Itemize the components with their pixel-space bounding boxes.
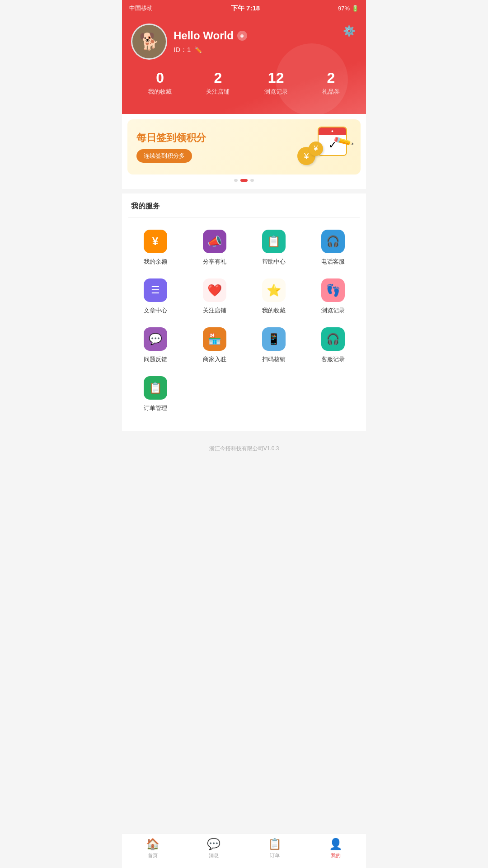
- banner-section: 每日签到领积分 连续签到积分多 ● ✓ ✏️ ¥ ¥: [122, 114, 366, 189]
- share-gift-icon: 📣: [203, 230, 226, 253]
- stats-row: 0 我的收藏 2 关注店铺 12 浏览记录 2 礼品券: [131, 71, 357, 96]
- user-id: ID：1: [174, 46, 191, 54]
- carrier-signal: 中国移动: [129, 4, 153, 12]
- feedback-label: 问题反馈: [144, 355, 167, 363]
- service-order-management[interactable]: 📋 订单管理: [126, 369, 185, 418]
- status-bar: 中国移动 下午 7:18 97% 🔋: [122, 0, 366, 16]
- stat-followed-shops-number: 2: [206, 71, 230, 85]
- service-support-records[interactable]: 🎧 客服记录: [303, 320, 362, 369]
- feedback-icon: 💬: [144, 327, 167, 351]
- profile-header: 🐕 Hello World ◈ ID：1 ✏️ ⚙️ 0: [122, 16, 366, 114]
- service-my-balance[interactable]: ¥ 我的余额: [126, 222, 185, 271]
- battery-percent: 97%: [338, 5, 350, 12]
- stat-coupons-label: 礼品券: [322, 88, 340, 96]
- footer-company: 浙江今搭科技有限公司V1.0.3: [122, 436, 366, 462]
- my-favorites-icon: ⭐: [262, 278, 286, 302]
- merchant-join-label: 商家入驻: [203, 355, 226, 363]
- stat-followed-shops-label: 关注店铺: [206, 88, 230, 96]
- stat-history-number: 12: [264, 71, 288, 85]
- service-help-center[interactable]: 📋 帮助中心: [244, 222, 303, 271]
- dot-2-active: [240, 179, 248, 182]
- banner-button[interactable]: 连续签到积分多: [136, 149, 192, 163]
- service-article-center[interactable]: ☰ 文章中心: [126, 271, 185, 320]
- follow-shop-label: 关注店铺: [203, 307, 226, 315]
- stat-coupons-number: 2: [322, 71, 340, 85]
- order-management-label: 订单管理: [144, 404, 167, 412]
- edit-icon[interactable]: ✏️: [194, 46, 202, 53]
- service-merchant-join[interactable]: 🏪 商家入驻: [185, 320, 244, 369]
- help-center-icon: 📋: [262, 230, 286, 253]
- username: Hello World: [174, 29, 234, 42]
- banner-left: 每日签到领积分 连续签到积分多: [136, 131, 206, 163]
- banner-dots: [122, 179, 366, 184]
- banner-title: 每日签到领积分: [136, 131, 206, 145]
- verified-icon: ◈: [237, 31, 247, 41]
- phone-support-label: 电话客服: [321, 258, 345, 266]
- follow-shop-icon: ❤️: [203, 278, 226, 302]
- coin2-icon: ¥: [309, 142, 323, 156]
- service-phone-support[interactable]: 🎧 电话客服: [303, 222, 362, 271]
- stat-followed-shops[interactable]: 2 关注店铺: [206, 71, 230, 96]
- help-center-label: 帮助中心: [262, 258, 286, 266]
- service-my-favorites[interactable]: ⭐ 我的收藏: [244, 271, 303, 320]
- stat-history-label: 浏览记录: [264, 88, 288, 96]
- daily-checkin-banner[interactable]: 每日签到领积分 连续签到积分多 ● ✓ ✏️ ¥ ¥: [127, 119, 361, 175]
- stat-favorites-label: 我的收藏: [148, 88, 172, 96]
- support-records-icon: 🎧: [321, 327, 345, 351]
- stat-favorites[interactable]: 0 我的收藏: [148, 71, 172, 96]
- phone-support-icon: 🎧: [321, 230, 345, 253]
- scan-verify-label: 扫码核销: [262, 355, 286, 363]
- battery-info: 97% 🔋: [338, 5, 359, 12]
- share-gift-label: 分享有礼: [203, 258, 226, 266]
- order-management-icon: 📋: [144, 376, 167, 400]
- my-balance-icon: ¥: [144, 230, 167, 253]
- browse-history-icon: 👣: [321, 278, 345, 302]
- service-browse-history[interactable]: 👣 浏览记录: [303, 271, 362, 320]
- scan-verify-icon: 📱: [262, 327, 286, 351]
- dot-1: [234, 179, 238, 182]
- avatar-image: 🐕: [132, 25, 166, 58]
- service-follow-shop[interactable]: ❤️ 关注店铺: [185, 271, 244, 320]
- article-center-label: 文章中心: [144, 307, 167, 315]
- avatar[interactable]: 🐕: [131, 24, 167, 60]
- article-center-icon: ☰: [144, 278, 167, 302]
- service-feedback[interactable]: 💬 问题反馈: [126, 320, 185, 369]
- my-balance-label: 我的余额: [144, 258, 167, 266]
- service-share-gift[interactable]: 📣 分享有礼: [185, 222, 244, 271]
- company-text: 浙江今搭科技有限公司V1.0.3: [209, 445, 279, 452]
- browse-history-label: 浏览记录: [321, 307, 345, 315]
- user-info: 🐕 Hello World ◈ ID：1 ✏️: [131, 24, 247, 60]
- support-records-label: 客服记录: [321, 355, 345, 363]
- services-grid: ¥ 我的余额 📣 分享有礼 📋 帮助中心 🎧 电话客服: [122, 218, 366, 422]
- service-scan-verify[interactable]: 📱 扫码核销: [244, 320, 303, 369]
- clock: 下午 7:18: [231, 4, 260, 13]
- merchant-join-icon: 🏪: [203, 327, 226, 351]
- settings-button[interactable]: ⚙️: [341, 24, 357, 39]
- services-section: 我的服务 ¥ 我的余额 📣 分享有礼 📋 帮助中心: [122, 193, 366, 431]
- services-title: 我的服务: [122, 193, 366, 217]
- stat-history[interactable]: 12 浏览记录: [264, 71, 288, 96]
- dot-3: [250, 179, 254, 182]
- my-favorites-label: 我的收藏: [262, 307, 286, 315]
- battery-icon: 🔋: [352, 5, 359, 12]
- user-details: Hello World ◈ ID：1 ✏️: [174, 29, 247, 54]
- banner-illustration: ● ✓ ✏️ ¥ ¥: [293, 127, 352, 167]
- stat-favorites-number: 0: [148, 71, 172, 85]
- stat-coupons[interactable]: 2 礼品券: [322, 71, 340, 96]
